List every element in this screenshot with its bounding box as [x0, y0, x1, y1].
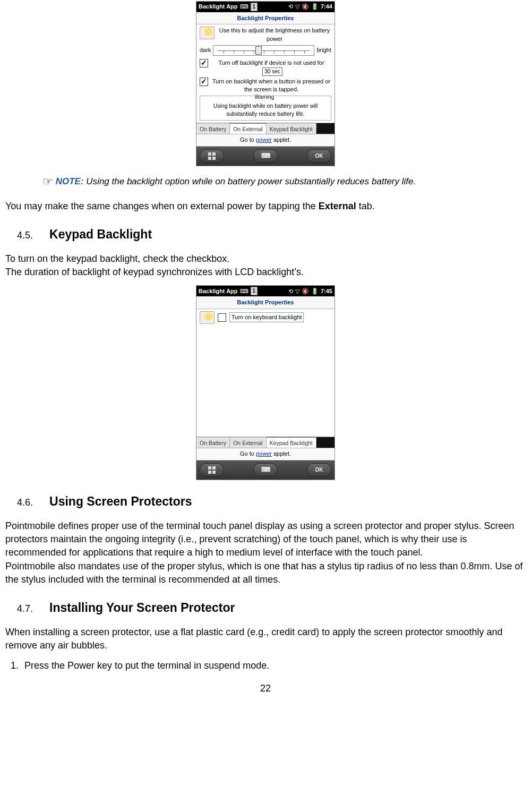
pointing-hand-icon: ☞	[42, 175, 53, 188]
checkbox-turnon-label: Turn on backlight when a button is press…	[211, 78, 331, 94]
keyboard-button[interactable]: ⌨	[253, 463, 278, 477]
signal-icon: ▽	[295, 287, 299, 295]
soft-key-bar: ⌨ OK	[196, 460, 334, 480]
slider-label-bright: bright	[316, 46, 331, 54]
power-link[interactable]: power	[256, 136, 272, 143]
tab-keypad-backlight[interactable]: Keypad Backlight	[267, 437, 316, 448]
keyboard-icon: ⌨	[240, 3, 248, 11]
panel-title: Backlight Properties	[196, 296, 334, 309]
ok-button[interactable]: OK	[307, 463, 331, 477]
para-keypad-1: To turn on the keypad backlight, check t…	[5, 252, 526, 266]
warning-text: Using backlight while on battery power w…	[202, 102, 329, 117]
sync-icon: ⟲	[288, 287, 293, 295]
section-title: Installing Your Screen Protector	[49, 601, 235, 614]
tab-on-external[interactable]: On External	[230, 437, 266, 448]
app-title: Backlight App	[199, 3, 238, 11]
status-chip: 1	[251, 3, 258, 11]
start-button[interactable]	[200, 463, 224, 477]
device-screenshot-1: Backlight App ⌨ 1 ⟲ ▽ 🔇 🔋 7:44 Backlight…	[196, 1, 335, 166]
svg-rect-7	[212, 471, 216, 474]
brightness-slider[interactable]	[213, 45, 314, 56]
power-link[interactable]: power	[256, 450, 272, 457]
tab-on-battery[interactable]: On Battery	[196, 123, 230, 134]
app-title: Backlight App	[199, 287, 238, 295]
checkbox-keyboard-backlight-label: Turn on keyboard backlight	[229, 312, 304, 322]
note-line: ☞ NOTE: Using the backlight option while…	[42, 174, 526, 190]
tab-on-external[interactable]: On External	[230, 123, 266, 134]
clock: 7:44	[321, 3, 332, 11]
page-number: 22	[5, 682, 526, 695]
para-install: When installing a screen protector, use …	[5, 626, 526, 652]
slider-label-dark: dark	[200, 46, 211, 54]
section-title: Using Screen Protectors	[49, 494, 192, 508]
note-text: Using the backlight option while on batt…	[86, 176, 416, 186]
section-number: 4.5.	[17, 230, 33, 241]
keyboard-icon: ⌨	[240, 287, 248, 295]
keyboard-icon: ⌨	[261, 151, 270, 160]
section-4-6: 4.6. Using Screen Protectors	[17, 493, 526, 510]
checkbox-keyboard-backlight[interactable]	[218, 313, 226, 322]
warning-box: Warning Using backlight while on battery…	[200, 96, 331, 120]
warning-legend: Warning	[254, 94, 276, 100]
install-steps: Press the Power key to put the terminal …	[5, 659, 526, 672]
section-4-7: 4.7. Installing Your Screen Protector	[17, 599, 526, 616]
volume-icon: 🔇	[302, 287, 309, 295]
status-chip: 1	[251, 287, 258, 295]
status-bar: Backlight App ⌨ 1 ⟲ ▽ 🔇 🔋 7:45	[196, 286, 334, 296]
tab-keypad-backlight[interactable]: Keypad Backlight	[267, 123, 316, 134]
power-link-bar: Go to power applet.	[196, 134, 334, 146]
svg-rect-3	[212, 157, 216, 160]
brightness-hint: Use this to adjust the brightness on bat…	[218, 27, 331, 43]
panel-title: Backlight Properties	[196, 12, 334, 24]
para-keypad-2: The duration of backlight of keypad sync…	[5, 266, 526, 279]
svg-rect-2	[208, 157, 211, 160]
battery-icon: 🔋	[311, 3, 319, 11]
tab-strip: On Battery On External Keypad Backlight	[196, 437, 334, 448]
svg-rect-1	[212, 152, 216, 156]
para-protectors-1: Pointmobile defines proper use of the te…	[5, 519, 526, 560]
section-4-5: 4.5. Keypad Backlight	[17, 226, 526, 243]
svg-rect-5	[212, 466, 216, 469]
section-number: 4.7.	[17, 603, 33, 614]
install-step-1: Press the Power key to put the terminal …	[21, 659, 526, 672]
keyboard-button[interactable]: ⌨	[253, 149, 278, 163]
checkbox-turnoff[interactable]	[200, 59, 208, 67]
bulb-icon	[200, 311, 214, 324]
para-protectors-2: Pointmobile also mandates use of the pro…	[5, 560, 526, 586]
battery-icon: 🔋	[311, 287, 319, 295]
device-screenshot-2: Backlight App ⌨ 1 ⟲ ▽ 🔇 🔋 7:45 Backlight…	[196, 285, 335, 480]
status-bar: Backlight App ⌨ 1 ⟲ ▽ 🔇 🔋 7:44	[196, 2, 334, 12]
svg-rect-0	[208, 152, 211, 156]
para-external-tab: You may make the same changes when on ex…	[5, 200, 526, 213]
tab-on-battery[interactable]: On Battery	[196, 437, 230, 448]
note-label: NOTE:	[56, 176, 84, 186]
signal-icon: ▽	[295, 3, 299, 11]
section-number: 4.6.	[17, 497, 33, 508]
svg-rect-6	[208, 471, 211, 474]
start-button[interactable]	[200, 149, 224, 163]
keyboard-icon: ⌨	[261, 465, 270, 474]
ok-button[interactable]: OK	[307, 149, 331, 163]
soft-key-bar: ⌨ OK	[196, 147, 334, 166]
svg-rect-4	[208, 466, 211, 469]
clock: 7:45	[321, 287, 332, 295]
checkbox-turnoff-label: Turn off backlight if device is not used…	[218, 59, 324, 66]
section-title: Keypad Backlight	[49, 227, 152, 241]
checkbox-turnon[interactable]	[200, 78, 208, 86]
tab-strip: On Battery On External Keypad Backlight	[196, 123, 334, 134]
bulb-icon	[200, 27, 214, 39]
timeout-select[interactable]: 30 sec	[262, 67, 282, 76]
power-link-bar: Go to power applet.	[196, 448, 334, 460]
volume-icon: 🔇	[302, 3, 309, 11]
sync-icon: ⟲	[288, 3, 293, 11]
